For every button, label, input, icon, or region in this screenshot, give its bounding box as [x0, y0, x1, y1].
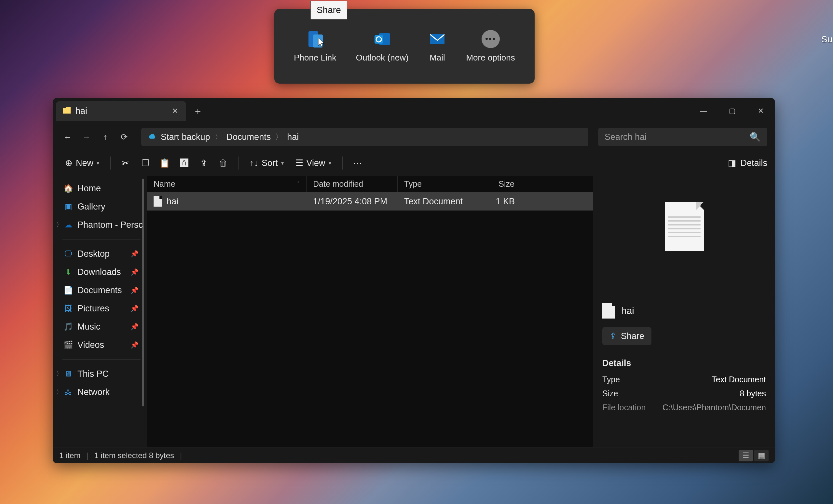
column-label: Name — [153, 179, 175, 189]
file-size-cell: 1 KB — [469, 196, 521, 207]
chevron-down-icon: ▾ — [281, 160, 284, 166]
folder-icon — [63, 106, 71, 116]
column-name[interactable]: Name ˄ — [147, 176, 307, 192]
detail-row-size: Size 8 bytes — [602, 389, 766, 398]
svg-rect-5 — [430, 34, 445, 44]
new-button[interactable]: ⊕ New ▾ — [61, 154, 104, 171]
details-title-row: hai — [602, 303, 766, 318]
crumb-hai[interactable]: hai — [287, 132, 299, 142]
refresh-button[interactable]: ⟳ — [117, 130, 132, 144]
share-tooltip: Share — [310, 1, 347, 20]
delete-button[interactable]: 🗑 — [215, 154, 232, 171]
rename-button[interactable]: 🅰 — [176, 154, 193, 171]
share-button[interactable]: ⇪ — [195, 154, 212, 171]
detail-key: File location — [602, 403, 646, 412]
share-label: Phone Link — [294, 53, 336, 63]
details-title: hai — [621, 305, 634, 316]
sidebar-item-videos[interactable]: 🎬 Videos 📌 — [56, 336, 147, 354]
sidebar-label: Home — [77, 184, 101, 194]
pin-icon: 📌 — [130, 250, 139, 258]
sort-button[interactable]: ↑↓ Sort ▾ — [245, 154, 288, 171]
file-type-cell: Text Document — [398, 196, 469, 207]
document-thumb-icon — [665, 202, 704, 251]
documents-icon: 📄 — [64, 286, 73, 295]
sidebar-item-onedrive[interactable]: 〉 ☁ Phantom - Persc — [56, 216, 147, 234]
sidebar-label: This PC — [77, 369, 109, 379]
downloads-icon: ⬇ — [64, 267, 73, 277]
maximize-button[interactable]: ▢ — [718, 98, 746, 124]
pin-icon: 📌 — [130, 305, 139, 312]
column-label: Size — [499, 179, 515, 189]
chevron-right-icon: 〉 — [275, 132, 282, 142]
sidebar-item-music[interactable]: 🎵 Music 📌 — [56, 317, 147, 336]
breadcrumb[interactable]: Start backup 〉 Documents 〉 hai — [141, 128, 588, 146]
sidebar-label: Music — [77, 322, 100, 332]
sidebar-item-home[interactable]: 🏠 Home — [56, 179, 147, 197]
sort-icon: ↑↓ — [249, 158, 258, 168]
crumb-start-backup[interactable]: Start backup — [161, 132, 210, 142]
detail-value: 8 bytes — [740, 389, 766, 398]
column-date[interactable]: Date modified — [307, 176, 398, 192]
column-size[interactable]: Size — [469, 176, 521, 192]
copy-icon: ❐ — [142, 158, 149, 168]
chevron-right-icon: 〉 — [56, 370, 63, 378]
navigation-sidebar: 🏠 Home ▣ Gallery 〉 ☁ Phantom - Persc 🖵 D… — [53, 176, 147, 447]
column-label: Date modified — [313, 179, 363, 189]
sidebar-label: Phantom - Persc — [77, 220, 143, 230]
more-icon: ••• — [481, 30, 500, 48]
view-button[interactable]: ☰ View ▾ — [291, 154, 336, 171]
separator — [110, 157, 111, 169]
search-placeholder: Search hai — [604, 132, 646, 142]
tab-close-button[interactable]: ✕ — [170, 106, 180, 116]
address-bar-row: ← → ↑ ⟳ Start backup 〉 Documents 〉 hai S… — [53, 124, 775, 150]
cut-button[interactable]: ✂ — [117, 154, 134, 171]
crumb-documents[interactable]: Documents — [227, 132, 271, 142]
share-option-mail[interactable]: Mail — [428, 30, 447, 63]
share-option-more[interactable]: ••• More options — [466, 30, 515, 63]
sidebar-item-desktop[interactable]: 🖵 Desktop 📌 — [56, 245, 147, 263]
minimize-button[interactable]: — — [689, 98, 718, 124]
paste-button[interactable]: 📋 — [156, 154, 173, 171]
back-button[interactable]: ← — [61, 130, 75, 144]
sidebar-divider — [63, 239, 141, 239]
layout-icons-button[interactable]: ▦ — [754, 450, 768, 461]
layout-details-button[interactable]: ☰ — [739, 450, 753, 461]
new-tab-button[interactable]: ＋ — [191, 104, 205, 118]
sidebar-item-pictures[interactable]: 🖼 Pictures 📌 — [56, 299, 147, 317]
window-controls: — ▢ ✕ — [689, 98, 775, 124]
explorer-body: 🏠 Home ▣ Gallery 〉 ☁ Phantom - Persc 🖵 D… — [53, 176, 775, 447]
sidebar-item-network[interactable]: 〉 🖧 Network — [56, 383, 147, 401]
sidebar-item-documents[interactable]: 📄 Documents 📌 — [56, 281, 147, 299]
sort-label: Sort — [262, 158, 278, 168]
file-row[interactable]: hai 1/19/2025 4:08 PM Text Document 1 KB — [147, 192, 593, 211]
sidebar-label: Gallery — [77, 202, 105, 212]
thispc-icon: 🖥 — [64, 369, 73, 378]
copy-button[interactable]: ❐ — [137, 154, 153, 171]
details-pane: hai ⇪ Share Details Type Text Document S… — [593, 176, 775, 447]
tab-hai[interactable]: hai ✕ — [56, 101, 186, 121]
chevron-down-icon: ▾ — [329, 160, 331, 166]
details-share-button[interactable]: ⇪ Share — [602, 327, 651, 345]
file-list: Name ˄ Date modified Type Size hai 1/19/… — [147, 176, 593, 447]
status-item-count: 1 item — [59, 451, 80, 460]
sidebar-item-downloads[interactable]: ⬇ Downloads 📌 — [56, 263, 147, 281]
search-input[interactable]: Search hai 🔍 — [598, 128, 767, 146]
column-label: Type — [404, 179, 422, 189]
chevron-right-icon: 〉 — [56, 221, 63, 229]
share-option-phone-link[interactable]: Phone Link — [294, 30, 336, 63]
up-button[interactable]: ↑ — [98, 130, 113, 144]
sidebar-item-gallery[interactable]: ▣ Gallery — [56, 197, 147, 216]
more-button[interactable]: ⋯ — [349, 154, 366, 171]
sidebar-item-this-pc[interactable]: 〉 🖥 This PC — [56, 365, 147, 383]
sidebar-label: Documents — [77, 285, 122, 295]
close-button[interactable]: ✕ — [746, 98, 775, 124]
column-type[interactable]: Type — [398, 176, 469, 192]
cloud-icon — [148, 132, 156, 142]
pin-icon: 📌 — [130, 286, 139, 294]
forward-button[interactable]: → — [79, 130, 94, 144]
sidebar-label: Downloads — [77, 267, 121, 277]
new-label: New — [76, 158, 93, 168]
detail-value: Text Document — [712, 375, 766, 384]
share-option-outlook[interactable]: Outlook (new) — [356, 30, 409, 63]
details-pane-toggle[interactable]: ◨ Details — [728, 158, 767, 168]
